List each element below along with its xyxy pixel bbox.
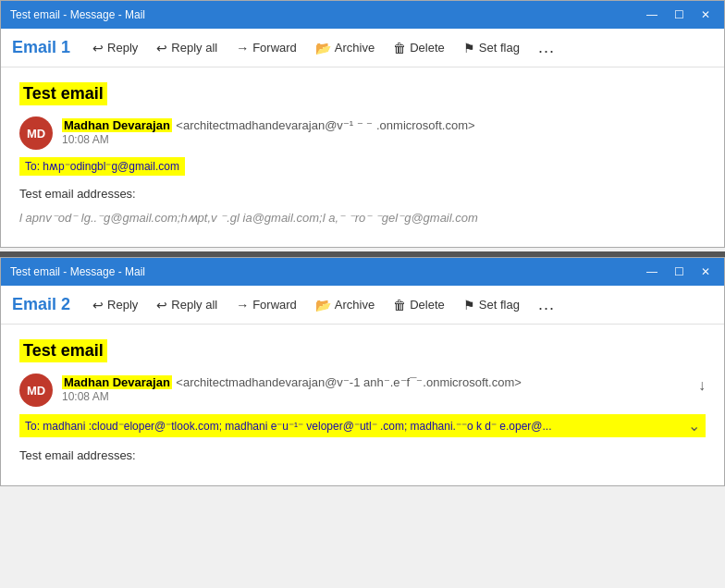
delete-icon-1: 🗑 [393, 41, 406, 55]
delete-label-1: Delete [410, 41, 445, 55]
sender-time-2: 10:08 AM [62, 390, 706, 403]
reply-button-1[interactable]: ↩ Reply [85, 37, 145, 59]
download-icon[interactable]: ↓ [698, 377, 706, 394]
archive-label-1: Archive [335, 41, 375, 55]
archive-label-2: Archive [335, 298, 375, 312]
flag-icon-2: ⚑ [463, 298, 475, 312]
title-bar-2: Test email - Message - Mail — ☐ ✕ [1, 258, 724, 286]
to-email-2: madhani :cloud⁻eloper@⁻tlook.com; madhan… [43, 420, 551, 433]
body-addresses-1: l apnv⁻od⁻ lg..⁻g@gmail.com;hʍpt,v ⁻.gl … [19, 209, 706, 227]
window-2: Test email - Message - Mail — ☐ ✕ Email … [0, 257, 725, 486]
toolbar-2: Email 2 ↩ Reply ↩ Reply all → Forward 📂 … [1, 286, 724, 325]
email-subject-1: Test email [19, 82, 107, 105]
close-button-1[interactable]: ✕ [696, 6, 715, 23]
to-field-1: To: hʍp⁻odingbl⁻g@gmail.com [19, 157, 185, 176]
more-button-2[interactable]: ... [531, 291, 562, 318]
archive-button-1[interactable]: 📂 Archive [308, 37, 382, 59]
sender-email-1: <architectmadhandevarajan@v⁻¹ ⁻ ⁻ .onmic… [176, 118, 474, 132]
close-button-2[interactable]: ✕ [696, 263, 715, 280]
sender-time-1: 10:08 AM [62, 133, 706, 146]
minimize-button-1[interactable]: — [642, 6, 662, 23]
to-email-1: hʍp⁻odingbl⁻g@gmail.com [43, 160, 179, 173]
reply-all-button-1[interactable]: ↩ Reply all [149, 37, 225, 59]
flag-icon-1: ⚑ [463, 41, 475, 55]
email-subject-2: Test email [19, 339, 107, 362]
title-bar-1-controls: — ☐ ✕ [642, 6, 715, 23]
toolbar-1: Email 1 ↩ Reply ↩ Reply all → Forward 📂 … [1, 29, 724, 67]
delete-button-2[interactable]: 🗑 Delete [386, 294, 452, 316]
set-flag-label-2: Set flag [479, 298, 520, 312]
reply-all-label-2: Reply all [171, 298, 217, 312]
set-flag-button-1[interactable]: ⚑ Set flag [456, 37, 527, 59]
restore-button-1[interactable]: ☐ [670, 6, 689, 23]
reply-all-label-1: Reply all [171, 41, 217, 55]
sender-email-2: <architectmadhandevarajan@v⁻-1 anh⁻.e⁻f¯… [176, 375, 522, 389]
delete-button-1[interactable]: 🗑 Delete [386, 37, 452, 59]
body-intro-2: Test email addresses: [19, 447, 706, 465]
sender-info-2: Madhan Devarajan <architectmadhandevaraj… [62, 374, 706, 403]
more-label-2: ... [538, 295, 555, 314]
forward-icon-1: → [236, 41, 249, 55]
expand-icon[interactable]: ⌄ [688, 417, 700, 435]
forward-label-2: Forward [252, 298, 297, 312]
reply-icon-2: ↩ [92, 298, 104, 312]
sender-name-1: Madhan Devarajan [62, 118, 172, 132]
sender-name-email-2: Madhan Devarajan <architectmadhandevaraj… [62, 374, 706, 390]
forward-label-1: Forward [252, 41, 297, 55]
email-body-1: Test email MD Madhan Devarajan <architec… [1, 67, 724, 247]
set-flag-label-1: Set flag [479, 41, 520, 55]
reply-all-icon-1: ↩ [156, 41, 167, 55]
avatar-2: MD [19, 374, 53, 407]
delete-label-2: Delete [410, 298, 445, 312]
reply-label-1: Reply [107, 41, 138, 55]
email-1-label: Email 1 [12, 38, 70, 57]
reply-button-2[interactable]: ↩ Reply [85, 294, 145, 316]
more-button-1[interactable]: ... [531, 34, 562, 61]
to-label-2: To: [25, 420, 40, 433]
email-2-label: Email 2 [12, 295, 70, 314]
sender-name-2: Madhan Devarajan [62, 375, 172, 389]
window-2-title: Test email - Message - Mail [10, 265, 145, 278]
reply-all-icon-2: ↩ [156, 298, 167, 312]
more-label-1: ... [538, 38, 555, 57]
sender-row-2: MD Madhan Devarajan <architectmadhandeva… [19, 374, 706, 407]
sender-row-1: MD Madhan Devarajan <architectmadhandeva… [19, 116, 706, 150]
email-content-2: Test email addresses: [19, 447, 706, 465]
reply-label-2: Reply [107, 298, 138, 312]
title-bar-2-controls: — ☐ ✕ [642, 263, 715, 280]
body-intro-1: Test email addresses: [19, 185, 706, 203]
to-label-1: To: [25, 160, 40, 173]
to-field-2: To: madhani :cloud⁻eloper@⁻tlook.com; ma… [19, 414, 706, 437]
title-bar-1: Test email - Message - Mail — ☐ ✕ [1, 1, 724, 29]
email-body-2: Test email MD Madhan Devarajan <architec… [1, 325, 724, 485]
minimize-button-2[interactable]: — [642, 263, 662, 280]
window-1-title: Test email - Message - Mail [10, 8, 145, 21]
to-content-2: To: madhani :cloud⁻eloper@⁻tlook.com; ma… [25, 420, 552, 433]
sender-info-1: Madhan Devarajan <architectmadhandevaraj… [62, 116, 706, 146]
restore-button-2[interactable]: ☐ [670, 263, 689, 280]
forward-icon-2: → [236, 298, 249, 312]
archive-icon-2: 📂 [315, 298, 331, 312]
sender-name-email-1: Madhan Devarajan <architectmadhandevaraj… [62, 116, 706, 133]
forward-button-2[interactable]: → Forward [228, 294, 304, 316]
set-flag-button-2[interactable]: ⚑ Set flag [456, 294, 527, 316]
reply-all-button-2[interactable]: ↩ Reply all [149, 294, 225, 316]
archive-icon-1: 📂 [315, 41, 331, 55]
window-1: Test email - Message - Mail — ☐ ✕ Email … [0, 0, 725, 248]
delete-icon-2: 🗑 [393, 298, 406, 312]
email-content-1: Test email addresses: l apnv⁻od⁻ lg..⁻g@… [19, 185, 706, 227]
forward-button-1[interactable]: → Forward [228, 37, 304, 59]
reply-icon-1: ↩ [92, 41, 104, 55]
avatar-1: MD [19, 116, 53, 150]
archive-button-2[interactable]: 📂 Archive [308, 294, 382, 316]
